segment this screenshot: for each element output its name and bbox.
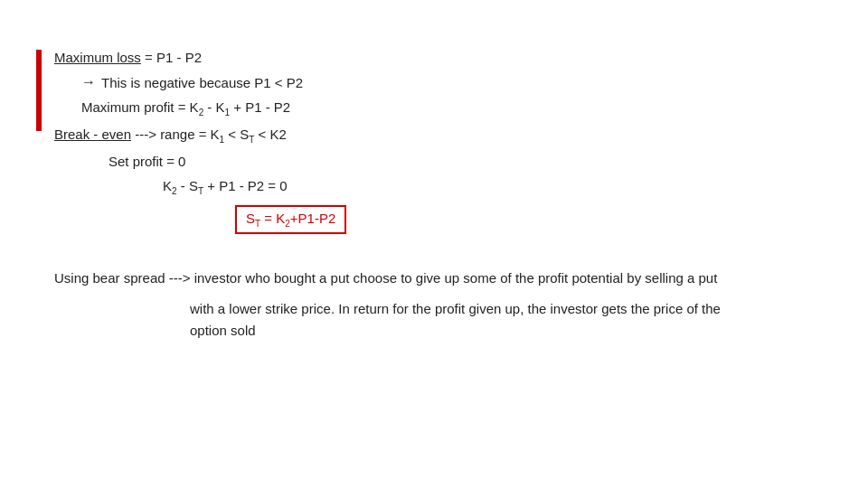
break-even-rest: ---> range = K1 < ST < K2	[131, 127, 287, 142]
set-profit-line: Set profit = 0	[108, 154, 850, 169]
negative-line: → This is negative because P1 < P2	[81, 74, 850, 90]
break-even-label: Break - even	[54, 127, 131, 142]
formula2-line: ST = K2+P1-P2	[235, 205, 850, 234]
max-profit-text: Maximum profit = K2 - K1 + P1 - P2	[81, 99, 290, 115]
using-bear-text: Using bear spread ---> investor who boug…	[54, 270, 717, 286]
max-profit-line: Maximum profit = K2 - K1 + P1 - P2	[81, 99, 850, 117]
max-loss-label: Maximum loss	[54, 50, 141, 65]
using-bear-paragraph: Using bear spread ---> investor who boug…	[54, 268, 850, 289]
max-loss-line: Maximum loss = P1 - P2	[54, 50, 850, 65]
with-lower-line1: with a lower strike price. In return for…	[190, 298, 850, 320]
formula1-text: K2 - ST + P1 - P2 = 0	[163, 178, 288, 193]
max-loss-formula: = P1 - P2	[141, 50, 202, 65]
main-content: Maximum loss = P1 - P2 → This is negativ…	[54, 50, 850, 342]
set-profit-text: Set profit = 0	[108, 154, 185, 169]
red-accent-bar	[36, 50, 42, 131]
with-lower-block: with a lower strike price. In return for…	[190, 298, 850, 342]
with-lower-line2: option sold	[190, 320, 850, 342]
negative-text: This is negative because P1 < P2	[101, 75, 303, 90]
break-even-line: Break - even ---> range = K1 < ST < K2	[54, 127, 850, 145]
formula1-line: K2 - ST + P1 - P2 = 0	[163, 178, 850, 196]
box-formula: ST = K2+P1-P2	[235, 205, 346, 234]
arrow-icon: →	[81, 74, 96, 90]
